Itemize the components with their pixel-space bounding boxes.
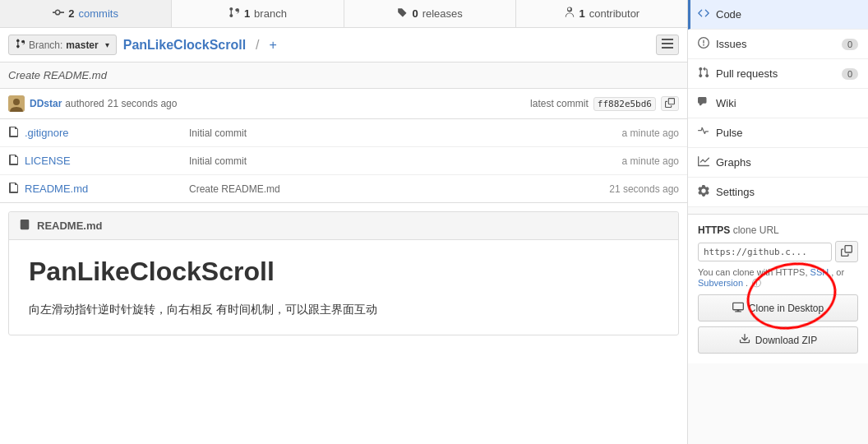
stats-bar: 2 commits 1 branch 0 releases (0, 0, 687, 28)
issue-icon (698, 37, 709, 51)
clone-url-row (698, 241, 858, 262)
releases-count: 0 (412, 7, 418, 20)
readme-title: PanLikeClockScroll (29, 257, 658, 287)
file-name-readme: README.md (25, 183, 88, 195)
sidebar-item-pull-requests[interactable]: Pull requests 0 (688, 59, 868, 89)
branches-stat[interactable]: 1 branch (172, 0, 344, 27)
issues-badge: 0 (842, 39, 858, 50)
readme-header-label: README.md (37, 220, 102, 232)
contributors-stat[interactable]: 1 contributor (516, 0, 687, 27)
readme-header: README.md (9, 212, 678, 240)
avatar (8, 95, 25, 112)
svg-rect-0 (662, 39, 673, 40)
branches-count: 1 (244, 7, 250, 20)
branch-name-label: master (66, 39, 98, 51)
sidebar-pr-label: Pull requests (716, 67, 778, 80)
chevron-down-icon: ▾ (105, 40, 109, 49)
sidebar-issues-label: Issues (716, 38, 747, 50)
repo-header: Branch: master ▾ PanLikeClockScroll / + (0, 28, 687, 62)
sidebar-item-code[interactable]: Code (688, 0, 868, 30)
repo-separator: / (256, 38, 259, 53)
clone-desktop-label: Clone in Desktop (749, 303, 824, 314)
clone-period: . (746, 278, 748, 288)
sidebar-item-issues[interactable]: Issues 0 (688, 30, 868, 59)
file-name-license: LICENSE (25, 155, 71, 167)
file-time-license: a minute ago (622, 155, 679, 167)
latest-commit-label: latest commit (530, 98, 589, 109)
releases-icon (396, 7, 408, 21)
author-time: 21 seconds ago (108, 98, 178, 109)
file-commit-gitignore: Initial commit (189, 127, 247, 139)
latest-commit-area: latest commit ff882e5bd6 (530, 96, 679, 111)
monitor-icon (732, 301, 744, 315)
author-action-label: authored (65, 98, 104, 109)
commits-count: 2 (68, 7, 74, 20)
branch-icon-small (16, 39, 25, 51)
author-name[interactable]: DDstar (30, 98, 62, 109)
file-icon-license (8, 153, 20, 169)
commits-stat[interactable]: 2 commits (0, 0, 172, 27)
clone-help-icon: ⓘ (752, 278, 761, 288)
table-row: LICENSE Initial commit a minute ago (0, 147, 687, 175)
file-commit-license: Initial commit (189, 155, 247, 167)
file-icon-img (8, 125, 20, 141)
sidebar-graphs-label: Graphs (716, 156, 751, 169)
list-view-button[interactable] (656, 35, 679, 55)
file-commit-readme: Create README.md (189, 183, 280, 195)
branch-prefix-label: Branch: (29, 39, 62, 51)
file-table: .gitignore Initial commit a minute ago L… (0, 119, 687, 203)
clone-title-suffix: clone URL (733, 224, 779, 236)
readme-content: PanLikeClockScroll 向左滑动指针逆时针旋转，向右相反 有时间机… (9, 240, 678, 335)
download-zip-button[interactable]: Download ZIP (698, 326, 858, 354)
commits-label: commits (79, 7, 118, 20)
clone-url-input[interactable] (698, 243, 832, 261)
contributor-icon (564, 7, 575, 21)
sidebar-wiki-label: Wiki (716, 97, 736, 109)
code-icon (698, 7, 709, 21)
file-link-gitignore[interactable]: .gitignore (8, 125, 68, 141)
pulse-icon (698, 126, 709, 140)
contributors-count: 1 (579, 7, 585, 20)
download-icon (739, 333, 750, 347)
graph-icon (698, 155, 709, 169)
releases-stat[interactable]: 0 releases (344, 0, 516, 27)
table-row: README.md Create README.md 21 seconds ag… (0, 175, 687, 203)
sidebar-item-settings[interactable]: Settings (688, 178, 868, 207)
commit-message-text: Create README.md (8, 69, 107, 81)
clone-copy-button[interactable] (835, 241, 858, 262)
sidebar-code-label: Code (716, 8, 741, 21)
branch-selector[interactable]: Branch: master ▾ (8, 35, 117, 55)
file-link-license[interactable]: LICENSE (8, 153, 71, 169)
clone-desktop-button[interactable]: Clone in Desktop (698, 294, 858, 321)
sidebar-pulse-label: Pulse (716, 127, 743, 139)
add-file-button[interactable]: + (270, 38, 277, 53)
commits-icon (53, 7, 64, 21)
file-name-gitignore: .gitignore (25, 127, 68, 139)
download-zip-label: Download ZIP (755, 335, 817, 346)
ssh-link[interactable]: SSH (810, 267, 829, 277)
sidebar-item-pulse[interactable]: Pulse (688, 118, 868, 148)
file-time-gitignore: a minute ago (622, 127, 679, 139)
contributors-label: contributor (589, 7, 639, 20)
repo-title[interactable]: PanLikeClockScroll (123, 38, 246, 53)
commit-message-bar: Create README.md (0, 62, 687, 89)
pr-badge: 0 (842, 68, 858, 80)
author-row: DDstar authored 21 seconds ago latest co… (0, 89, 687, 119)
copy-hash-button[interactable] (661, 96, 679, 111)
sidebar-settings-label: Settings (716, 186, 755, 198)
branches-label: branch (254, 7, 287, 20)
svg-rect-2 (662, 47, 673, 49)
clone-or-label: , or (831, 267, 844, 277)
clone-title: HTTPS clone URL (698, 224, 858, 236)
sidebar-item-graphs[interactable]: Graphs (688, 148, 868, 178)
commit-hash[interactable]: ff882e5bd6 (593, 97, 656, 111)
sidebar-item-wiki[interactable]: Wiki (688, 89, 868, 118)
releases-label: releases (422, 7, 463, 20)
pr-icon (698, 67, 709, 81)
branch-icon (229, 7, 240, 21)
sidebar: Code Issues 0 Pull requests 0 Wiki (687, 0, 868, 444)
book-icon (19, 219, 30, 233)
table-row: .gitignore Initial commit a minute ago (0, 119, 687, 147)
subversion-link[interactable]: Subversion (698, 278, 743, 288)
file-link-readme[interactable]: README.md (8, 181, 88, 197)
